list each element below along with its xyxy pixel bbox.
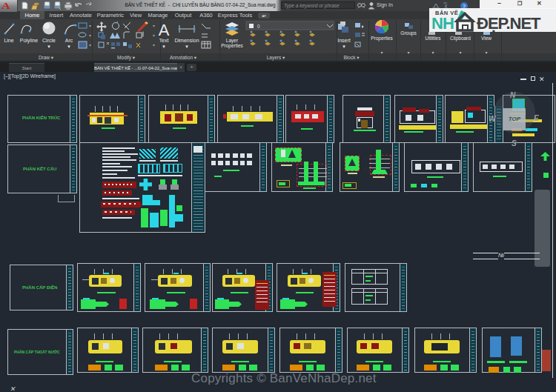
svg-text:Groups: Groups	[400, 30, 417, 36]
svg-text:▾: ▾	[185, 44, 188, 49]
svg-text:▾: ▾	[92, 4, 94, 8]
svg-text:Insert: Insert	[337, 38, 351, 43]
svg-text:Polyline: Polyline	[20, 38, 39, 44]
svg-text:Properties: Properties	[371, 36, 393, 41]
svg-text:▾: ▾	[89, 43, 91, 47]
svg-text:▾: ▾	[47, 44, 50, 49]
svg-text:▾: ▾	[89, 33, 91, 38]
svg-text:A: A	[159, 21, 170, 39]
svg-text:Text: Text	[159, 38, 169, 43]
svg-text:Layers ▾: Layers ▾	[267, 55, 285, 61]
svg-text:Properties: Properties	[221, 43, 243, 49]
svg-text:▾: ▾	[153, 24, 155, 28]
svg-text:▾: ▾	[153, 33, 155, 38]
svg-text:▾: ▾	[431, 50, 434, 55]
svg-text:Clipboard: Clipboard	[450, 36, 471, 41]
svg-text:Arc: Arc	[65, 38, 73, 43]
svg-text:Modify ▾: Modify ▾	[117, 55, 136, 61]
svg-text:▾: ▾	[459, 50, 461, 55]
svg-text:Draw ▾: Draw ▾	[39, 55, 54, 60]
svg-text:▾: ▾	[407, 50, 409, 55]
svg-text:▾: ▾	[89, 24, 91, 28]
svg-text:▾: ▾	[485, 50, 487, 55]
svg-text:Dimension: Dimension	[174, 38, 199, 43]
svg-text:Block ▾: Block ▾	[344, 55, 360, 60]
svg-text:Line: Line	[4, 38, 13, 43]
svg-text:Utilities: Utilities	[426, 36, 442, 41]
svg-text:View: View	[481, 36, 492, 41]
svg-text:Annotation ▾: Annotation ▾	[170, 55, 197, 60]
svg-text:▾: ▾	[67, 44, 70, 49]
svg-text:Circle: Circle	[42, 38, 56, 43]
svg-text:▾: ▾	[162, 44, 165, 49]
svg-text:▾: ▾	[380, 50, 383, 55]
svg-text:0: 0	[257, 24, 260, 29]
svg-text:▾: ▾	[342, 44, 345, 49]
svg-text:▾: ▾	[153, 43, 155, 47]
